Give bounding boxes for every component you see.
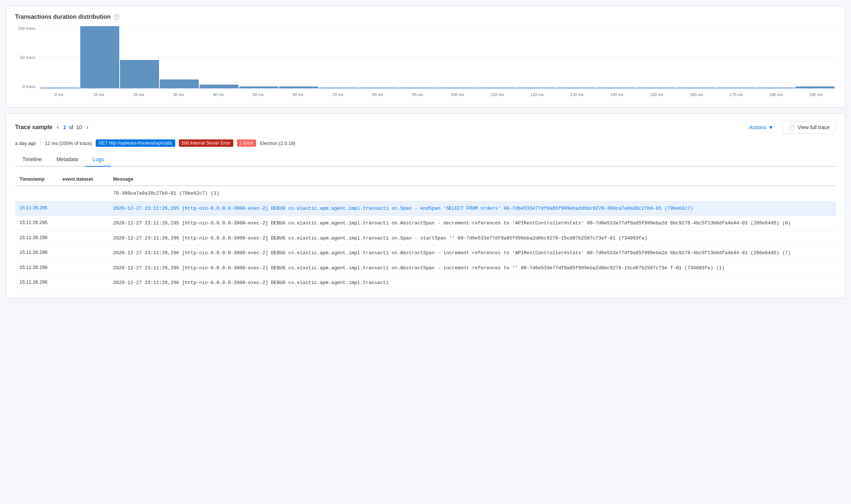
chart-bar <box>239 86 278 88</box>
doc-icon: 📄 <box>788 124 795 130</box>
x-label: 160 ms <box>677 92 716 97</box>
y-label-low: 0 trans. <box>15 84 39 89</box>
current-page: 1 <box>63 124 66 130</box>
actions-label: Actions <box>749 124 766 130</box>
x-label: 130 ms <box>557 92 597 97</box>
total-pages: 10 <box>76 124 82 130</box>
logs-table-header: Timestamp event.dataset Message <box>15 173 836 186</box>
x-label: 120 ms <box>517 92 557 97</box>
tab-timeline[interactable]: Timeline <box>15 153 49 167</box>
cell-timestamp: 15:11:26.296 <box>15 231 58 246</box>
x-label: 50 ms <box>238 92 278 97</box>
cell-dataset <box>58 201 109 216</box>
chart-bar <box>438 88 477 88</box>
x-label: 40 ms <box>198 92 238 97</box>
cell-message: 2020-12-27 23:11:26,296 [http-nio-0.0.0.… <box>109 276 836 291</box>
x-label: 150 ms <box>637 92 677 97</box>
cell-message: 78-360ca7a0a38c27b8-01 (79be62c7) (1) <box>109 186 836 201</box>
actions-button[interactable]: Actions ▼ <box>745 122 778 132</box>
cell-dataset <box>58 186 109 201</box>
chart-bar <box>517 88 556 88</box>
trace-title: Trace sample <box>15 124 52 131</box>
cell-timestamp: 15:11:26.295 <box>15 216 58 231</box>
cell-timestamp: 15:11:26.296 <box>15 260 58 276</box>
x-label: 180 ms <box>756 92 796 97</box>
table-row[interactable]: 15:11:26.2962020-12-27 23:11:26,296 [htt… <box>15 260 836 276</box>
x-label: 0 ms <box>39 92 79 97</box>
chart-info-icon[interactable]: ? <box>114 14 120 20</box>
y-label-high: 100 trans. <box>15 26 39 31</box>
cell-timestamp <box>15 186 58 201</box>
cell-dataset <box>58 231 109 246</box>
chart-bar <box>597 88 636 88</box>
cell-dataset <box>58 260 109 276</box>
chart-title-text: Transactions duration distribution <box>15 14 111 20</box>
chart-bar <box>676 88 715 88</box>
chart-bar <box>279 86 318 88</box>
cell-timestamp: 15:11:26.295 <box>15 201 58 216</box>
chart-bar <box>80 26 119 88</box>
chart-y-labels: 100 trans. 50 trans. 0 trans. <box>15 26 39 89</box>
chart-bar <box>716 88 755 88</box>
trace-header-right: Actions ▼ 📄 View full trace <box>745 121 836 134</box>
x-label: 140 ms <box>597 92 637 97</box>
chart-plot-area <box>39 26 836 89</box>
x-label: 20 ms <box>119 92 159 97</box>
x-label: 60 ms <box>278 92 318 97</box>
next-page-button[interactable]: › <box>85 123 90 132</box>
x-label: 10 ms <box>79 92 119 97</box>
chart-card: Transactions duration distribution ? 100… <box>6 6 845 107</box>
tab-logs[interactable]: Logs <box>85 153 111 167</box>
time-ago: a day ago <box>15 141 36 146</box>
chart-bar <box>477 88 516 88</box>
x-label: 110 ms <box>477 92 517 97</box>
col-timestamp: Timestamp <box>15 173 58 186</box>
x-label: 30 ms <box>159 92 198 97</box>
view-full-trace-button[interactable]: 📄 View full trace <box>782 121 836 134</box>
logs-table-body: 78-360ca7a0a38c27b8-01 (79be62c7) (1)15:… <box>15 186 836 290</box>
table-row[interactable]: 15:11:26.2952020-12-27 23:11:26,295 [htt… <box>15 216 836 231</box>
chart-bar <box>40 88 80 88</box>
prev-page-button[interactable]: ‹ <box>55 123 60 132</box>
view-full-trace-label: View full trace <box>798 124 830 130</box>
x-label: 100 ms <box>438 92 477 97</box>
cell-dataset <box>58 246 109 261</box>
cell-message: 2020-12-27 23:11:26,296 [http-nio-0.0.0.… <box>109 231 836 246</box>
col-message: Message <box>109 173 836 186</box>
cell-message: 2020-12-27 23:11:26,295 [http-nio-0.0.0.… <box>109 201 836 216</box>
table-row[interactable]: 15:11:26.2952020-12-27 23:11:26,295 [htt… <box>15 201 836 216</box>
tab-metadata[interactable]: Metadata <box>49 153 85 167</box>
chart-bar <box>795 86 834 88</box>
logs-table: Timestamp event.dataset Message 78-360ca… <box>15 173 836 291</box>
chart-bar <box>199 85 239 88</box>
trace-title-left: Trace sample ‹ 1 of 10 › <box>15 123 90 132</box>
duration: 12 ms (100% of trace) <box>45 141 92 146</box>
of-label: of <box>69 124 74 130</box>
bars-container <box>39 26 836 88</box>
x-label: 80 ms <box>358 92 398 97</box>
cell-dataset <box>58 276 109 291</box>
chart-container: 100 trans. 50 trans. 0 trans. 0 ms10 ms2… <box>15 26 836 100</box>
x-label: 90 ms <box>398 92 437 97</box>
chart-bar <box>160 79 199 88</box>
table-row[interactable]: 78-360ca7a0a38c27b8-01 (79be62c7) (1) <box>15 186 836 201</box>
y-label-mid: 50 trans. <box>15 55 39 60</box>
cell-dataset <box>58 216 109 231</box>
x-label: 70 ms <box>318 92 358 97</box>
x-label: 170 ms <box>716 92 756 97</box>
table-row[interactable]: 15:11:26.2962020-12-27 23:11:26,296 [htt… <box>15 231 836 246</box>
trace-header: Trace sample ‹ 1 of 10 › Actions ▼ 📄 Vie… <box>15 121 836 134</box>
cell-timestamp: 15:11:26.296 <box>15 276 58 291</box>
cell-timestamp: 15:11:26.296 <box>15 246 58 261</box>
tabs: Timeline Metadata Logs <box>15 153 836 167</box>
chart-bar <box>319 88 358 88</box>
chart-bar <box>359 88 398 88</box>
table-row[interactable]: 15:11:26.2962020-12-27 23:11:26,296 [htt… <box>15 276 836 291</box>
table-row[interactable]: 15:11:26.2962020-12-27 23:11:26,296 [htt… <box>15 246 836 261</box>
chart-bar <box>756 88 795 88</box>
error-count-badge: 1 Error <box>237 139 257 147</box>
agent-badge: Electron (2.0.18) <box>260 141 295 146</box>
chart-title-area: Transactions duration distribution ? <box>15 14 836 20</box>
chart-bar <box>636 88 675 88</box>
cell-message: 2020-12-27 23:11:26,296 [http-nio-0.0.0.… <box>109 260 836 276</box>
